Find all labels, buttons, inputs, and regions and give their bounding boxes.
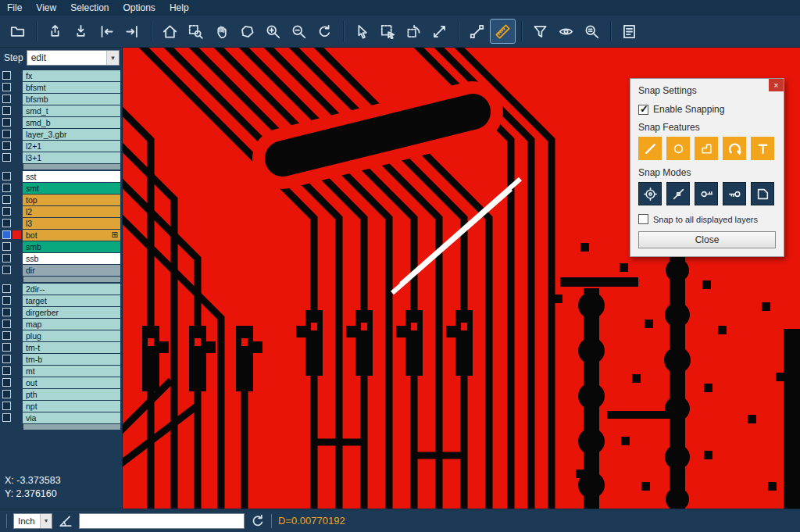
line-tool-icon[interactable] <box>465 20 489 43</box>
select-transform-icon[interactable] <box>402 20 426 43</box>
layer-label[interactable]: layer_3.gbr <box>23 129 120 140</box>
layer-active-indicator[interactable] <box>12 284 21 293</box>
layer-label[interactable]: bot⊞ <box>23 230 120 241</box>
layer-active-indicator[interactable] <box>12 95 21 103</box>
layer-label[interactable]: smd_b <box>23 117 120 128</box>
layer-label[interactable]: smt <box>23 183 120 194</box>
layer-active-indicator[interactable] <box>12 118 21 127</box>
layer-active-indicator[interactable] <box>12 242 21 251</box>
pan-hand-icon[interactable] <box>209 20 234 43</box>
layer-label[interactable]: pth <box>23 389 120 400</box>
layer-label[interactable]: ssb <box>23 253 120 264</box>
enable-snapping-checkbox[interactable] <box>638 105 648 115</box>
layer-label[interactable]: top <box>23 195 120 205</box>
layer-visibility-checkbox[interactable] <box>2 413 11 422</box>
layer-label[interactable]: l2+1 <box>23 141 120 152</box>
layer-visibility-checkbox[interactable] <box>2 95 11 103</box>
layer-visibility-checkbox[interactable] <box>2 172 11 180</box>
layer-visibility-checkbox[interactable] <box>2 71 11 80</box>
layer-active-indicator[interactable] <box>12 141 21 150</box>
layer-label[interactable]: via <box>23 412 120 423</box>
snap-all-layers-row[interactable]: Snap to all displayed layers <box>638 214 776 224</box>
eye-icon[interactable] <box>554 20 578 43</box>
layer-visibility-checkbox[interactable] <box>2 207 11 216</box>
layer-label[interactable]: smd_t <box>23 105 120 116</box>
layer-visibility-checkbox[interactable] <box>2 141 11 150</box>
layer-label[interactable]: dir <box>23 265 120 276</box>
layer-visibility-checkbox[interactable] <box>2 402 11 410</box>
layer-visibility-checkbox[interactable] <box>2 320 11 328</box>
layer-active-indicator[interactable] <box>12 219 21 227</box>
layer-active-indicator[interactable] <box>12 153 21 162</box>
layer-visibility-checkbox[interactable] <box>2 343 11 352</box>
layer-active-indicator[interactable] <box>12 184 21 192</box>
layer-visibility-checkbox[interactable] <box>2 378 11 387</box>
layer-visibility-checkbox[interactable] <box>2 296 11 305</box>
zoom-window-icon[interactable] <box>184 20 208 43</box>
layer-label[interactable]: map <box>23 319 120 330</box>
refresh-icon[interactable] <box>251 514 265 528</box>
layer-visibility-checkbox[interactable] <box>2 355 11 363</box>
layer-active-indicator[interactable] <box>12 230 21 239</box>
layer-active-indicator[interactable] <box>12 106 21 115</box>
snap-pad-icon[interactable] <box>666 137 690 160</box>
ruler-icon[interactable] <box>491 20 515 43</box>
enable-snapping-row[interactable]: Enable Snapping <box>638 104 776 115</box>
layer-active-indicator[interactable] <box>12 195 21 204</box>
home-icon[interactable] <box>158 20 182 43</box>
layer-visibility-checkbox[interactable] <box>2 284 11 293</box>
layer-label[interactable]: 2dir-- <box>23 284 120 295</box>
layer-active-indicator[interactable] <box>12 207 21 216</box>
layer-active-indicator[interactable] <box>12 172 21 180</box>
layer-label[interactable]: l2 <box>23 206 120 217</box>
menu-item-view[interactable]: View <box>29 2 63 13</box>
menu-item-options[interactable]: Options <box>116 2 162 13</box>
layer-label[interactable]: bfsmb <box>23 94 120 105</box>
snap-point-on-line-icon[interactable] <box>666 182 690 205</box>
layer-label[interactable]: dirgerber <box>23 307 120 318</box>
export-up-icon[interactable] <box>43 20 67 43</box>
layer-label[interactable]: l3+1 <box>23 152 120 163</box>
layer-label[interactable]: npt <box>23 401 120 412</box>
filter-icon[interactable] <box>528 20 552 43</box>
measure-diagonal-icon[interactable] <box>427 20 452 43</box>
layer-visibility-checkbox[interactable] <box>2 331 11 340</box>
layer-active-indicator[interactable] <box>12 308 21 316</box>
arrow-out-right-icon[interactable] <box>120 20 145 43</box>
snap-line-icon[interactable] <box>638 137 662 160</box>
import-down-icon[interactable] <box>69 20 93 43</box>
layer-visibility-checkbox[interactable] <box>2 195 11 204</box>
layer-visibility-checkbox[interactable] <box>2 130 11 138</box>
zoom-out-icon[interactable] <box>287 20 311 43</box>
snap-slot-horizontal-icon[interactable] <box>723 182 746 205</box>
pointer-icon[interactable] <box>350 20 374 43</box>
layer-active-indicator[interactable] <box>12 71 21 80</box>
layer-visibility-checkbox[interactable] <box>2 242 11 251</box>
layer-active-indicator[interactable] <box>12 413 21 422</box>
layer-active-indicator[interactable] <box>12 296 21 305</box>
layer-label[interactable]: mt <box>23 366 120 377</box>
close-dialog-button[interactable]: Close <box>638 231 776 248</box>
open-folder-icon[interactable] <box>5 20 30 43</box>
snap-all-layers-checkbox[interactable] <box>638 214 648 224</box>
snap-center-icon[interactable] <box>638 182 662 205</box>
layer-visibility-checkbox[interactable] <box>2 83 11 91</box>
layer-visibility-checkbox[interactable] <box>2 308 11 316</box>
layer-label[interactable]: l3 <box>23 218 120 229</box>
pcb-canvas[interactable]: Snap Settings × Enable Snapping Snap Fea… <box>123 48 800 509</box>
select-area-icon[interactable] <box>376 20 400 43</box>
layer-active-indicator[interactable] <box>12 366 21 375</box>
layer-visibility-checkbox[interactable] <box>2 184 11 192</box>
layer-label[interactable]: bfsmt <box>23 82 120 93</box>
zoom-polygon-icon[interactable] <box>235 20 259 43</box>
snap-text-icon[interactable] <box>751 137 774 160</box>
menu-item-file[interactable]: File <box>0 2 29 13</box>
layer-label[interactable]: tm-b <box>23 354 120 365</box>
snap-contour-icon[interactable] <box>751 182 774 205</box>
layer-active-indicator[interactable] <box>12 355 21 363</box>
layer-visibility-checkbox[interactable] <box>2 390 11 398</box>
layer-visibility-checkbox[interactable] <box>2 106 11 115</box>
angle-measure-icon[interactable] <box>59 514 73 528</box>
report-list-icon[interactable] <box>617 20 641 43</box>
chevron-down-icon[interactable]: ▾ <box>40 514 52 528</box>
